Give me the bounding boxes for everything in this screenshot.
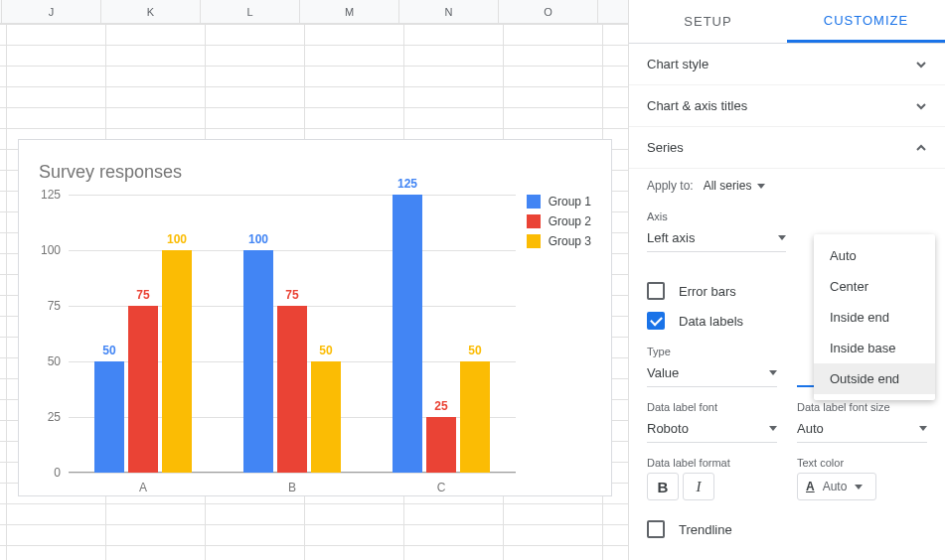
col-header[interactable]: J xyxy=(2,0,101,23)
caret-down-icon xyxy=(919,426,927,431)
apply-to-label: Apply to: xyxy=(647,179,694,193)
y-tick: 0 xyxy=(54,466,61,480)
y-tick: 25 xyxy=(48,410,61,424)
fontsize-select[interactable]: Auto xyxy=(797,415,927,443)
type-select[interactable]: Value xyxy=(647,359,777,387)
y-tick: 75 xyxy=(48,299,61,313)
chart-title: Survey responses xyxy=(39,162,182,183)
bar xyxy=(94,361,124,473)
bar xyxy=(162,250,192,473)
data-label: 50 xyxy=(319,344,332,357)
chevron-up-icon xyxy=(915,142,927,154)
font-label: Data label font xyxy=(647,401,777,413)
bold-button[interactable]: B xyxy=(647,473,679,500)
axis-select[interactable]: Left axis xyxy=(647,224,786,252)
legend-item: Group 1 xyxy=(527,195,591,209)
textcolor-label: Text color xyxy=(797,457,927,469)
trendline-checkbox[interactable]: Trendline xyxy=(647,514,927,544)
chart-plot: 02550751001255075100A1007550B1252550C xyxy=(69,195,516,473)
axis-label: Axis xyxy=(647,210,786,222)
col-header[interactable]: O xyxy=(499,0,598,23)
bar xyxy=(243,250,273,473)
col-header[interactable]: M xyxy=(300,0,399,23)
dropdown-option[interactable]: Auto xyxy=(814,240,935,271)
position-dropdown: AutoCenterInside endInside baseOutside e… xyxy=(814,234,935,400)
y-tick: 50 xyxy=(48,354,61,368)
apply-to-select[interactable]: All series xyxy=(704,179,766,193)
bar xyxy=(277,306,307,473)
data-label: 125 xyxy=(397,177,417,191)
bar xyxy=(460,361,490,473)
font-select[interactable]: Roboto xyxy=(647,415,777,443)
legend-item: Group 3 xyxy=(527,234,591,248)
fontsize-label: Data label font size xyxy=(797,401,927,413)
caret-down-icon xyxy=(769,370,777,375)
x-tick: A xyxy=(139,481,147,494)
chart-legend: Group 1Group 2Group 3 xyxy=(527,195,591,254)
chart-editor-sidebar: SETUP CUSTOMIZE Chart style Chart & axis… xyxy=(629,0,945,560)
data-label: 50 xyxy=(468,344,481,357)
legend-item: Group 2 xyxy=(527,214,591,228)
caret-down-icon xyxy=(769,426,777,431)
format-label: Data label format xyxy=(647,457,777,469)
x-tick: C xyxy=(437,481,446,494)
checkbox-icon xyxy=(647,282,665,300)
col-header[interactable]: K xyxy=(101,0,201,23)
bar xyxy=(393,195,422,473)
section-label: Chart & axis titles xyxy=(647,98,747,113)
bar xyxy=(311,361,341,473)
column-headers: J K L M N O xyxy=(0,0,628,24)
caret-down-icon xyxy=(778,235,786,240)
chart[interactable]: Survey responses 02550751001255075100A10… xyxy=(18,139,612,496)
dropdown-option[interactable]: Inside end xyxy=(814,302,935,333)
tab-setup[interactable]: SETUP xyxy=(629,0,787,43)
italic-button[interactable]: I xyxy=(683,473,714,500)
data-label: 75 xyxy=(136,288,149,302)
legend-swatch xyxy=(527,214,541,228)
checkbox-checked-icon xyxy=(647,312,665,330)
tab-customize[interactable]: CUSTOMIZE xyxy=(787,0,945,43)
checkbox-icon xyxy=(647,520,665,538)
dropdown-option[interactable]: Inside base xyxy=(814,333,935,363)
data-label: 100 xyxy=(248,232,268,246)
section-series[interactable]: Series xyxy=(629,127,945,169)
legend-swatch xyxy=(527,195,541,209)
section-label: Chart style xyxy=(647,57,709,71)
dropdown-option[interactable]: Center xyxy=(814,271,935,302)
sidebar-tabs: SETUP CUSTOMIZE xyxy=(629,0,945,44)
textcolor-select[interactable]: A Auto xyxy=(797,473,876,500)
section-chart-axis-titles[interactable]: Chart & axis titles xyxy=(629,85,945,127)
section-chart-style[interactable]: Chart style xyxy=(629,44,945,85)
x-tick: B xyxy=(288,481,296,494)
data-label: 100 xyxy=(167,232,187,246)
col-header[interactable]: N xyxy=(399,0,499,23)
caret-down-icon xyxy=(757,184,765,189)
bar xyxy=(426,417,456,473)
bar xyxy=(128,306,158,473)
data-label: 25 xyxy=(434,399,447,413)
type-label: Type xyxy=(647,346,777,357)
y-tick: 100 xyxy=(41,243,61,257)
caret-down-icon xyxy=(855,485,863,490)
data-label: 50 xyxy=(102,344,115,357)
dropdown-option[interactable]: Outside end xyxy=(814,363,935,394)
col-header[interactable]: L xyxy=(201,0,300,23)
legend-swatch xyxy=(527,234,541,248)
y-tick: 125 xyxy=(41,188,61,202)
spreadsheet-area: J K L M N O Survey responses 02550751001… xyxy=(0,0,629,560)
data-label: 75 xyxy=(285,288,298,302)
section-label: Series xyxy=(647,140,684,155)
chevron-down-icon xyxy=(915,59,927,70)
chevron-down-icon xyxy=(915,100,927,112)
